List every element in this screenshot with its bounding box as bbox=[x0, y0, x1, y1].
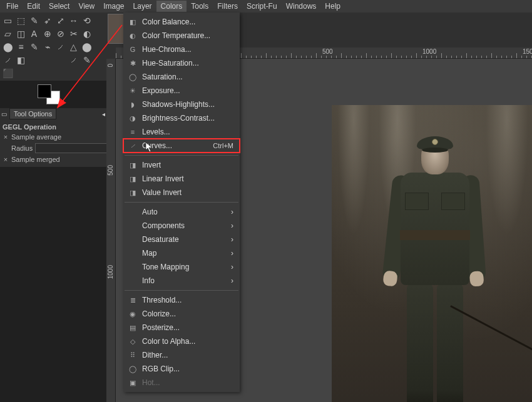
menu-item-label: Levels... bbox=[142, 128, 233, 136]
tool-8[interactable]: ◫ bbox=[14, 27, 28, 40]
fg-color[interactable] bbox=[38, 84, 51, 98]
posterize-icon: ▤ bbox=[127, 323, 138, 333]
menu-item-info[interactable]: Info› bbox=[123, 274, 240, 288]
tool-20[interactable]: ⬤ bbox=[80, 40, 93, 53]
menu-item-label: Curves... bbox=[142, 141, 213, 150]
menu-item-color-to-alpha[interactable]: ◇Color to Alpha... bbox=[123, 334, 240, 348]
ruler-h-tick: 1500 bbox=[523, 48, 532, 55]
tool-26[interactable]: ⟋ bbox=[67, 53, 80, 66]
menu-colors[interactable]: Colors bbox=[156, 1, 187, 12]
menu-item-hue-saturation[interactable]: ✱Hue-Saturation... bbox=[123, 56, 240, 70]
menu-item-exposure[interactable]: ☀Exposure... bbox=[123, 84, 240, 98]
panel-menu-icon[interactable]: ◂ bbox=[102, 111, 105, 118]
menu-file[interactable]: File bbox=[2, 1, 23, 12]
menu-item-label: Brightness-Contrast... bbox=[142, 114, 233, 123]
chevron-right-icon: › bbox=[231, 276, 233, 285]
menu-item-map[interactable]: Map› bbox=[123, 246, 240, 260]
blank-icon bbox=[127, 221, 138, 231]
menu-script-fu[interactable]: Script-Fu bbox=[242, 1, 282, 12]
close-icon[interactable]: × bbox=[3, 156, 9, 163]
tool-25[interactable] bbox=[54, 53, 67, 66]
menu-select[interactable]: Select bbox=[44, 1, 74, 12]
menu-item-label: Linear Invert bbox=[142, 174, 233, 183]
tool-27[interactable]: ✎ bbox=[80, 53, 93, 66]
tool-13[interactable]: ◐ bbox=[80, 27, 93, 40]
balance-icon: ◧ bbox=[127, 17, 138, 27]
exposure-icon: ☀ bbox=[127, 86, 138, 96]
tool-3[interactable]: ➶ bbox=[41, 14, 54, 27]
lininvert-icon: ◨ bbox=[127, 174, 138, 184]
tool-options-tab[interactable]: Tool Options bbox=[9, 108, 56, 119]
menu-item-curves[interactable]: ⟋Curves...Ctrl+M bbox=[123, 139, 240, 153]
sample-average-label: Sample average bbox=[11, 133, 61, 141]
curves-icon: ⟋ bbox=[127, 141, 138, 151]
menu-item-dither[interactable]: ⠿Dither... bbox=[123, 348, 240, 362]
tool-5[interactable]: ↔ bbox=[67, 14, 80, 27]
menu-item-label: Colorize... bbox=[142, 309, 233, 318]
tool-18[interactable]: ⟋ bbox=[54, 40, 67, 53]
brightness-icon: ◑ bbox=[127, 113, 138, 123]
menu-image[interactable]: Image bbox=[99, 1, 128, 12]
tool-24[interactable] bbox=[41, 53, 54, 66]
tool-28[interactable]: ⬛ bbox=[1, 66, 14, 79]
menu-item-label: Color to Alpha... bbox=[142, 337, 233, 346]
tool-12[interactable]: ✂ bbox=[67, 27, 80, 40]
tool-6[interactable]: ⟲ bbox=[80, 14, 93, 27]
menubar: FileEditSelectViewImageLayerColorsToolsF… bbox=[0, 0, 532, 13]
tool-9[interactable]: A bbox=[28, 27, 41, 40]
menu-item-posterize[interactable]: ▤Posterize... bbox=[123, 321, 240, 334]
color-swatch[interactable] bbox=[38, 84, 63, 106]
tool-23[interactable] bbox=[28, 53, 41, 66]
menu-item-label: Hue-Saturation... bbox=[142, 59, 233, 68]
tool-16[interactable]: ✎ bbox=[28, 40, 41, 53]
menu-item-components[interactable]: Components› bbox=[123, 219, 240, 233]
alpha-icon: ◇ bbox=[127, 336, 138, 346]
shadows-icon: ◗ bbox=[127, 99, 138, 109]
tool-15[interactable]: ≡ bbox=[14, 40, 28, 53]
menu-item-rgb-clip[interactable]: ◯RGB Clip... bbox=[123, 362, 240, 376]
menu-view[interactable]: View bbox=[74, 1, 99, 12]
menu-item-label: Desaturate bbox=[142, 235, 231, 244]
menu-item-label: Posterize... bbox=[142, 323, 233, 332]
menu-item-invert[interactable]: ◨Invert bbox=[123, 158, 240, 172]
tool-14[interactable]: ⬤ bbox=[1, 40, 14, 53]
menu-item-brightness-contrast[interactable]: ◑Brightness-Contrast... bbox=[123, 111, 240, 125]
menu-layer[interactable]: Layer bbox=[129, 1, 156, 12]
close-icon[interactable]: × bbox=[3, 133, 9, 141]
menu-item-colorize[interactable]: ◉Colorize... bbox=[123, 307, 240, 321]
menu-item-value-invert[interactable]: ◨Value Invert bbox=[123, 186, 240, 199]
tool-2[interactable]: ✎ bbox=[28, 14, 41, 27]
tool-7[interactable]: ▱ bbox=[1, 27, 14, 40]
menu-tools[interactable]: Tools bbox=[187, 1, 213, 12]
menu-item-hue-chroma[interactable]: GHue-Chroma... bbox=[123, 43, 240, 56]
ruler-v-tick: 1000 bbox=[107, 265, 114, 279]
menu-item-label: Invert bbox=[142, 161, 233, 169]
menu-item-color-temperature[interactable]: ◐Color Temperature... bbox=[123, 29, 240, 43]
invert-icon: ◨ bbox=[127, 160, 138, 170]
tool-21[interactable]: ⟋ bbox=[1, 53, 14, 66]
menu-item-desaturate[interactable]: Desaturate› bbox=[123, 233, 240, 246]
tool-19[interactable]: △ bbox=[67, 40, 80, 53]
menu-item-saturation[interactable]: ◯Saturation... bbox=[123, 70, 240, 84]
menu-item-tone-mapping[interactable]: Tone Mapping› bbox=[123, 260, 240, 274]
menu-item-shadows-highlights[interactable]: ◗Shadows-Highlights... bbox=[123, 98, 240, 111]
menu-edit[interactable]: Edit bbox=[23, 1, 44, 12]
tool-11[interactable]: ⊘ bbox=[54, 27, 67, 40]
tool-1[interactable]: ⬚ bbox=[14, 14, 28, 27]
menu-item-levels[interactable]: ≡Levels... bbox=[123, 125, 240, 139]
menu-windows[interactable]: Windows bbox=[282, 1, 321, 12]
tool-4[interactable]: ⤢ bbox=[54, 14, 67, 27]
menu-filters[interactable]: Filters bbox=[213, 1, 242, 12]
rgb-icon: ◯ bbox=[127, 364, 138, 374]
tool-10[interactable]: ⊕ bbox=[41, 27, 54, 40]
sample-merged-label: Sample merged bbox=[11, 156, 60, 163]
menu-item-auto[interactable]: Auto› bbox=[123, 205, 240, 219]
menu-item-threshold[interactable]: ≣Threshold... bbox=[123, 293, 240, 307]
menu-help[interactable]: Help bbox=[320, 1, 345, 12]
menu-item-color-balance[interactable]: ◧Color Balance... bbox=[123, 15, 240, 29]
tool-grid: ▭⬚✎➶⤢↔⟲▱◫A⊕⊘✂◐⬤≡✎⌁⟋△⬤⟋◧⟋✎⬛ bbox=[0, 13, 106, 81]
tool-0[interactable]: ▭ bbox=[1, 14, 14, 27]
menu-item-linear-invert[interactable]: ◨Linear Invert bbox=[123, 172, 240, 186]
tool-17[interactable]: ⌁ bbox=[41, 40, 54, 53]
tool-22[interactable]: ◧ bbox=[14, 53, 28, 66]
